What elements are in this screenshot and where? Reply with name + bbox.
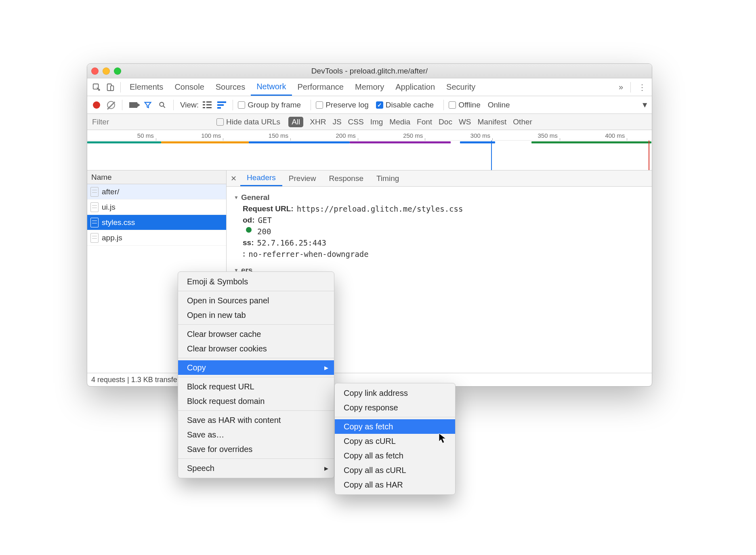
menu-item[interactable]: Copy response xyxy=(335,400,455,415)
record-button[interactable] xyxy=(90,99,103,111)
menu-item[interactable]: Speech xyxy=(178,461,334,475)
filter-type-xhr[interactable]: XHR xyxy=(310,118,326,126)
menu-item[interactable]: Copy link address xyxy=(335,386,455,400)
menu-item[interactable]: Open in new tab xyxy=(178,308,334,322)
filter-type-doc[interactable]: Doc xyxy=(439,118,452,126)
overview-segment xyxy=(531,141,651,143)
disable-cache-checkbox[interactable]: Disable cache xyxy=(376,101,434,109)
menu-item[interactable]: Copy as cURL xyxy=(335,434,455,448)
svg-rect-2 xyxy=(111,86,113,90)
panel-tab-elements[interactable]: Elements xyxy=(124,78,169,96)
headers-body: General Request URL: https://preload.gli… xyxy=(227,187,652,281)
filter-type-ws[interactable]: WS xyxy=(459,118,471,126)
status-dot xyxy=(246,227,252,233)
filter-type-js[interactable]: JS xyxy=(332,118,341,126)
more-tabs-chevron-icon[interactable]: » xyxy=(615,82,627,92)
details-tab-preview[interactable]: Preview xyxy=(282,170,323,186)
details-tabs: ✕ HeadersPreviewResponseTiming xyxy=(227,170,652,187)
request-row[interactable]: after/ xyxy=(87,184,226,200)
menu-item[interactable]: Copy all as fetch xyxy=(335,448,455,463)
menu-item[interactable]: Clear browser cache xyxy=(178,327,334,341)
group-by-frame-label: Group by frame xyxy=(248,101,301,109)
context-menu[interactable]: Emoji & SymbolsOpen in Sources panelOpen… xyxy=(178,271,334,478)
menu-item[interactable]: Block request domain xyxy=(178,394,334,408)
hide-data-urls-checkbox[interactable]: Hide data URLs xyxy=(216,118,280,126)
kv-value: GET xyxy=(258,216,272,225)
menu-separator xyxy=(178,377,334,377)
timeline-tick: 300 ms xyxy=(470,130,490,141)
offline-checkbox[interactable]: Offline xyxy=(449,101,481,109)
disable-cache-label: Disable cache xyxy=(386,101,434,109)
window-close-button[interactable] xyxy=(91,67,99,75)
network-overview[interactable]: 50 ms100 ms150 ms200 ms250 ms300 ms350 m… xyxy=(87,130,652,170)
filter-toggle-icon[interactable] xyxy=(142,99,154,111)
window-title: DevTools - preload.glitch.me/after/ xyxy=(87,67,652,76)
settings-kebab-icon[interactable]: ⋮ xyxy=(634,82,649,92)
filter-type-font[interactable]: Font xyxy=(417,118,432,126)
request-row[interactable]: app.js xyxy=(87,230,226,246)
view-list-icon[interactable] xyxy=(201,99,213,111)
menu-item[interactable]: Copy as fetch xyxy=(335,419,455,434)
menu-item[interactable]: Copy all as cURL xyxy=(335,463,455,477)
menu-item[interactable]: Save as… xyxy=(178,427,334,442)
kv-value: https://preload.glitch.me/styles.css xyxy=(297,204,463,213)
menu-separator xyxy=(178,358,334,358)
view-waterfall-icon[interactable] xyxy=(216,99,228,111)
network-toolbar: View: Group by frame Preserve log Disabl… xyxy=(87,96,652,114)
overview-segment xyxy=(161,141,249,143)
panel-tab-network[interactable]: Network xyxy=(251,78,292,96)
overview-marker xyxy=(649,141,649,170)
panel-tab-console[interactable]: Console xyxy=(169,78,210,96)
menu-separator xyxy=(178,410,334,411)
titlebar: DevTools - preload.glitch.me/after/ xyxy=(87,64,652,78)
general-section-header[interactable]: General xyxy=(234,193,645,202)
menu-item[interactable]: Copy all as HAR xyxy=(335,477,455,492)
window-minimize-button[interactable] xyxy=(103,67,110,75)
copy-submenu[interactable]: Copy link addressCopy responseCopy as fe… xyxy=(334,383,456,495)
requests-header-name[interactable]: Name xyxy=(87,170,226,184)
preserve-log-checkbox[interactable]: Preserve log xyxy=(316,101,369,109)
panel-tab-memory[interactable]: Memory xyxy=(349,78,390,96)
panel-tab-sources[interactable]: Sources xyxy=(210,78,251,96)
menu-item[interactable]: Emoji & Symbols xyxy=(178,274,334,289)
details-tab-timing[interactable]: Timing xyxy=(370,170,405,186)
menu-item[interactable]: Clear browser cookies xyxy=(178,341,334,356)
filter-type-other[interactable]: Other xyxy=(513,118,532,126)
throttling-select[interactable]: Online xyxy=(488,101,510,109)
menu-item[interactable]: Open in Sources panel xyxy=(178,293,334,308)
panel-tab-application[interactable]: Application xyxy=(390,78,441,96)
hide-data-urls-label: Hide data URLs xyxy=(226,118,280,126)
filter-type-img[interactable]: Img xyxy=(370,118,383,126)
filter-input[interactable] xyxy=(87,114,216,130)
filter-type-media[interactable]: Media xyxy=(389,118,410,126)
search-icon[interactable] xyxy=(156,99,168,111)
details-tab-response[interactable]: Response xyxy=(322,170,370,186)
device-toolbar-icon[interactable] xyxy=(103,80,117,94)
panel-tab-performance[interactable]: Performance xyxy=(292,78,350,96)
clear-button[interactable] xyxy=(105,99,117,111)
window-zoom-button[interactable] xyxy=(114,67,121,75)
overview-segment xyxy=(350,141,451,143)
panel-tab-security[interactable]: Security xyxy=(441,78,481,96)
file-icon xyxy=(90,202,99,212)
group-by-frame-checkbox[interactable]: Group by frame xyxy=(238,101,301,109)
throttling-dropdown-icon[interactable]: ▼ xyxy=(641,101,649,109)
overview-marker xyxy=(491,141,492,170)
filter-type-manifest[interactable]: Manifest xyxy=(478,118,507,126)
close-details-icon[interactable]: ✕ xyxy=(227,174,240,183)
menu-item[interactable]: Copy xyxy=(178,360,334,375)
filter-bar: Hide data URLs All XHRJSCSSImgMediaFontD… xyxy=(87,114,652,130)
checkbox-icon xyxy=(449,101,456,109)
menu-item[interactable]: Save for overrides xyxy=(178,442,334,456)
kv-key: ss: xyxy=(243,238,254,247)
screenshot-icon[interactable] xyxy=(127,99,139,111)
menu-item[interactable]: Save as HAR with content xyxy=(178,413,334,427)
timeline-tick: 350 ms xyxy=(538,130,557,141)
inspect-element-icon[interactable] xyxy=(90,80,103,94)
request-row[interactable]: styles.css xyxy=(87,215,226,230)
details-tab-headers[interactable]: Headers xyxy=(240,170,282,186)
filter-type-css[interactable]: CSS xyxy=(348,118,364,126)
menu-item[interactable]: Block request URL xyxy=(178,379,334,394)
request-row[interactable]: ui.js xyxy=(87,200,226,215)
filter-type-all[interactable]: All xyxy=(288,117,303,127)
